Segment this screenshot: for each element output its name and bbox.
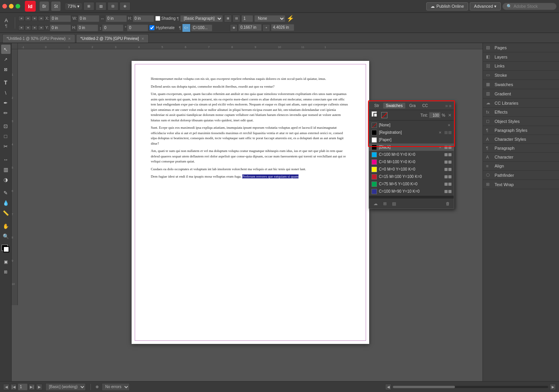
panel-item-character[interactable]: A Character <box>483 153 559 162</box>
panel-item-links[interactable]: ⛓ Links <box>483 62 559 71</box>
scissors-icon[interactable]: ✂ <box>1 142 10 151</box>
float-tab-gra[interactable]: Gra <box>406 103 418 109</box>
rectangle-frame-icon[interactable]: ⊡ <box>1 121 10 131</box>
tab-close-2[interactable]: ✕ <box>141 37 144 41</box>
y-coord-input[interactable] <box>271 24 294 31</box>
swatch-delete-reg[interactable]: ✕ <box>439 131 442 135</box>
page-text[interactable]: Hentemperumet molut volupta con nis sit,… <box>151 76 350 180</box>
align-center[interactable]: ≡ <box>25 16 31 21</box>
next-page-btn[interactable]: ▶ <box>36 384 42 390</box>
x-coord-input[interactable] <box>238 24 262 31</box>
float-tab-swatches[interactable]: Swatches <box>383 103 405 109</box>
bridge-icon[interactable]: Br <box>40 2 49 11</box>
align-bot[interactable]: ≡ <box>31 25 38 30</box>
fill-stroke-control[interactable] <box>372 111 380 119</box>
float-tab-cc[interactable]: CC <box>420 103 431 109</box>
swatch-black[interactable]: [Black] ✕ <box>369 143 454 151</box>
fill-stroke-icon[interactable] <box>2 245 10 253</box>
none-dropdown[interactable]: None <box>254 15 285 22</box>
selection-tool[interactable]: A <box>2 17 10 23</box>
stock-icon[interactable]: St <box>51 2 61 11</box>
panel-item-effects[interactable]: fx Effects <box>483 108 559 117</box>
panel-item-text-wrap[interactable]: ⊞ Text Wrap <box>483 180 559 189</box>
rectangle-icon[interactable]: □ <box>1 131 10 141</box>
line-tool-icon[interactable]: \ <box>1 88 10 97</box>
panel-item-pathfinder[interactable]: ⬡ Pathfinder <box>483 171 559 180</box>
align-mid[interactable]: ≡ <box>25 25 31 30</box>
free-transform-icon[interactable]: ↔ <box>1 155 10 164</box>
page-number-input[interactable] <box>18 383 28 390</box>
hand-icon[interactable]: ✋ <box>1 221 10 231</box>
hyphenate-checkbox[interactable]: Hyphenate <box>149 25 174 30</box>
minimize-button[interactable] <box>9 4 14 9</box>
prev-page-btn[interactable]: ◀ <box>3 384 9 390</box>
rot-input[interactable] <box>127 24 148 31</box>
color-input[interactable] <box>191 24 212 31</box>
align-justify[interactable]: ≡ <box>38 16 44 21</box>
errors-dropdown[interactable]: No errors <box>102 383 130 391</box>
swatch-delete-black[interactable]: ✕ <box>439 145 442 149</box>
y-input[interactable] <box>50 24 71 31</box>
panel-item-paragraph-styles[interactable]: ¶ Paragraph Styles <box>483 126 559 135</box>
direct-selection-icon[interactable]: ↗ <box>1 55 10 64</box>
maximize-button[interactable] <box>16 4 20 9</box>
last-page-btn[interactable]: ▶| <box>29 384 35 390</box>
swatch-registration[interactable]: [Registration] ✕ <box>369 129 454 136</box>
measure-icon[interactable]: 📏 <box>1 208 10 218</box>
view-btn-4[interactable]: ⊕ <box>120 2 130 10</box>
swatch-none[interactable]: [None] ✕ <box>369 121 454 129</box>
rows-btn[interactable]: ⊟ <box>233 15 240 22</box>
view-btn-3[interactable]: ⊟ <box>108 2 118 10</box>
align-right[interactable]: ≡ <box>31 16 38 21</box>
swatch-delete-none[interactable]: ✕ <box>448 123 451 127</box>
cols-input[interactable] <box>241 15 253 22</box>
h2-input[interactable] <box>77 24 98 31</box>
type-tool[interactable]: ¶ <box>2 24 10 28</box>
align-top[interactable]: ≡ <box>18 25 24 30</box>
zoom-icon[interactable]: 🔍 <box>1 231 10 241</box>
swatch-yellow[interactable]: C=0 M=0 Y=100 K=0 <box>369 166 454 173</box>
swatch-red[interactable]: C=15 M=100 Y=100 K=0 <box>369 173 454 180</box>
type-tool-icon[interactable]: T <box>1 78 10 87</box>
scale-y-input[interactable] <box>102 24 123 31</box>
new-tint-btn[interactable]: ▤ <box>390 200 398 207</box>
panel-item-swatches[interactable]: ▦ Swatches <box>483 80 559 89</box>
gap-tool-icon[interactable]: ⊠ <box>1 65 10 74</box>
panel-item-cc-libraries[interactable]: ☁ CC Libraries <box>483 98 559 108</box>
scroll-bar[interactable] <box>393 386 548 388</box>
view-btn-2[interactable]: ▤ <box>95 2 106 10</box>
swatch-blue[interactable]: C=100 M=90 Y=10 K=0 <box>369 188 454 195</box>
scroll-right-btn[interactable]: ▶ <box>550 384 556 390</box>
panel-item-character-styles[interactable]: A Character Styles <box>483 135 559 144</box>
canvas-area[interactable]: -1 0 1 2 3 4 5 6 7 8 9 10 11 1 1 2 3 <box>12 43 483 381</box>
style-dropdown[interactable]: [Basic] (working) <box>45 383 86 391</box>
paragraph-style-dropdown[interactable]: [Basic Paragraph] <box>180 15 223 22</box>
gradient-icon[interactable]: ▥ <box>1 165 10 174</box>
tab-untitled-2[interactable]: *Untitled-2 @ 73% [GPU Preview] ✕ <box>76 34 149 43</box>
panel-item-gradient[interactable]: ▥ Gradient <box>483 89 559 98</box>
cols-btn[interactable]: ⊞ <box>224 15 232 22</box>
swatch-paper[interactable]: [Paper] <box>369 136 454 143</box>
h-input[interactable] <box>133 15 154 22</box>
pen-tool-icon[interactable]: ✒ <box>1 98 10 107</box>
panel-item-object-styles[interactable]: ◻ Object Styles <box>483 117 559 126</box>
scale-x-input[interactable] <box>106 15 127 22</box>
float-more-icon[interactable]: » <box>445 103 448 109</box>
panel-item-stroke[interactable]: ▭ Stroke <box>483 71 559 80</box>
delete-swatch-btn[interactable]: 🗑 <box>444 200 451 207</box>
panel-item-pages[interactable]: ▤ Pages <box>483 43 559 52</box>
preview-mode-icon[interactable]: ▣ <box>1 257 10 266</box>
x-input[interactable] <box>50 15 71 22</box>
selection-tool-icon[interactable]: ↖ <box>1 45 10 54</box>
panel-item-layers[interactable]: ◧ Layers <box>483 52 559 62</box>
swatch-magenta[interactable]: C=0 M=100 Y=0 K=0 <box>369 158 454 166</box>
panel-item-paragraph[interactable]: ¶ Paragraph <box>483 144 559 153</box>
align-left[interactable]: ≡ <box>18 16 24 21</box>
tint-input[interactable] <box>429 112 441 118</box>
float-tab-str[interactable]: Str <box>372 103 382 109</box>
float-panel-menu[interactable]: ≡ <box>449 104 451 108</box>
scroll-left-btn[interactable]: ◀ <box>385 384 391 390</box>
w-input[interactable] <box>78 15 99 22</box>
tab-close-1[interactable]: ✕ <box>68 37 71 41</box>
gradient-feather-icon[interactable]: ◑ <box>1 175 10 184</box>
